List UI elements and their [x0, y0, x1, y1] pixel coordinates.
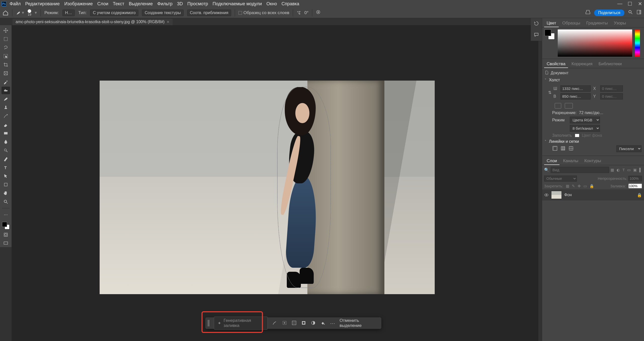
clone-stamp-tool[interactable]: [2, 104, 10, 111]
window-close-icon[interactable]: ✕: [637, 1, 642, 7]
canvas-section[interactable]: Холст: [545, 78, 641, 82]
tab-patterns[interactable]: Узоры: [611, 20, 629, 27]
brush-size-picker[interactable]: 19: [28, 9, 31, 16]
menu-text[interactable]: Текст: [113, 1, 124, 7]
path-select-tool[interactable]: [2, 172, 10, 180]
comments-panel-icon[interactable]: [534, 32, 539, 39]
color-mode-select[interactable]: Цвета RGB: [570, 117, 600, 123]
tab-paths[interactable]: Контуры: [582, 157, 604, 165]
link-wh-icon[interactable]: ⇅: [548, 90, 551, 95]
mode-dropdown[interactable]: Н…: [62, 10, 75, 16]
blend-mode-select[interactable]: Обычные: [544, 176, 577, 182]
rulers-section[interactable]: Линейки и сетки: [545, 139, 641, 144]
guides-icon[interactable]: [568, 146, 574, 152]
gradient-tool[interactable]: [2, 129, 10, 137]
select-subject-icon[interactable]: [272, 320, 277, 326]
frame-tool[interactable]: [2, 70, 10, 77]
deselect-button[interactable]: Отменить выделение: [340, 318, 379, 328]
layer-filter-input[interactable]: [551, 167, 609, 173]
x-field[interactable]: [600, 85, 623, 92]
layer-name[interactable]: Фон: [564, 193, 572, 197]
fill-icon[interactable]: [320, 320, 325, 326]
angle-value[interactable]: 0°: [304, 10, 308, 15]
shape-tool[interactable]: [2, 181, 10, 188]
generative-fill-button[interactable]: ✦ Генеративная заливка: [214, 317, 268, 330]
eraser-tool[interactable]: [2, 121, 10, 128]
object-select-tool[interactable]: [2, 52, 10, 60]
close-tab-icon[interactable]: ✕: [167, 20, 170, 24]
share-button[interactable]: Поделиться: [594, 10, 624, 16]
crop-tool[interactable]: [2, 61, 10, 69]
zoom-tool[interactable]: [2, 198, 10, 206]
cloud-docs-icon[interactable]: [585, 9, 591, 16]
y-field[interactable]: [600, 93, 623, 99]
tab-adjustments[interactable]: Коррекция: [569, 60, 595, 68]
layer-row[interactable]: Фон 🔒: [542, 189, 644, 200]
lock-artb-icon[interactable]: ▭: [583, 184, 587, 188]
width-field[interactable]: [560, 85, 591, 92]
sample-all-checkbox[interactable]: [238, 11, 242, 15]
filter-toggle-icon[interactable]: ▌: [639, 168, 642, 172]
more-icon[interactable]: ⋯: [330, 320, 335, 326]
pen-tool[interactable]: [2, 155, 10, 163]
menu-image[interactable]: Изображение: [64, 1, 93, 7]
lock-pos-icon[interactable]: ✥: [578, 184, 581, 188]
filter-shape-icon[interactable]: ▭: [627, 168, 631, 172]
healing-brush-tool[interactable]: [2, 87, 10, 94]
height-field[interactable]: [560, 93, 591, 99]
filter-type-icon[interactable]: T: [622, 168, 625, 172]
lock-trans-icon[interactable]: ▦: [566, 184, 569, 188]
angle-icon[interactable]: ⦪: [297, 10, 301, 15]
fill-opacity-field[interactable]: [628, 184, 642, 188]
color-spectrum[interactable]: [558, 29, 632, 57]
menu-select[interactable]: Выделение: [129, 1, 153, 7]
bit-depth-select[interactable]: 8 бит/канал: [570, 125, 600, 132]
eyedropper-tool[interactable]: [2, 78, 10, 86]
menu-help[interactable]: Справка: [281, 1, 299, 7]
history-brush-tool[interactable]: [2, 112, 10, 120]
workspace-icon[interactable]: [636, 10, 641, 16]
filter-smart-icon[interactable]: ▣: [633, 168, 637, 172]
opt-create-texture[interactable]: Создание текстуры: [142, 10, 184, 16]
search-icon[interactable]: [628, 10, 633, 16]
tab-gradients[interactable]: Градиенты: [584, 20, 610, 27]
opt-proximity[interactable]: Соотв. приближения: [187, 10, 231, 16]
menu-3d[interactable]: 3D: [177, 1, 183, 7]
tab-swatches[interactable]: Образцы: [560, 20, 583, 27]
modify-selection-icon[interactable]: [282, 320, 287, 326]
type-tool[interactable]: T: [2, 164, 10, 171]
menu-view[interactable]: Просмотр: [187, 1, 208, 7]
opacity-field[interactable]: [628, 176, 642, 181]
history-panel-icon[interactable]: [534, 21, 539, 27]
tab-channels[interactable]: Каналы: [560, 157, 581, 165]
home-icon[interactable]: [3, 10, 9, 16]
blur-tool[interactable]: [2, 138, 10, 146]
orientation-landscape-icon[interactable]: [565, 103, 573, 109]
edit-toolbar-icon[interactable]: ⋯: [2, 211, 10, 218]
units-select[interactable]: Пиксели: [616, 145, 641, 152]
lock-all-icon[interactable]: 🔒: [589, 184, 594, 188]
menu-file[interactable]: Файл: [10, 1, 21, 7]
mask-icon[interactable]: [301, 320, 306, 326]
canvas-area[interactable]: ✦ Генеративная заливка ⋯ Отменить выделе…: [12, 25, 538, 341]
move-tool[interactable]: [2, 27, 10, 34]
marquee-tool[interactable]: [2, 35, 10, 43]
tab-libraries[interactable]: Библиотеки: [596, 60, 624, 68]
layer-thumbnail[interactable]: [551, 191, 562, 199]
hand-tool[interactable]: [2, 189, 10, 197]
visibility-icon[interactable]: [544, 193, 549, 197]
taskbar-grip-icon[interactable]: [208, 320, 209, 326]
menu-edit[interactable]: Редактирование: [25, 1, 60, 7]
ruler-icon[interactable]: [552, 146, 558, 152]
brush-tool[interactable]: [2, 95, 10, 103]
opt-content-aware[interactable]: С учетом содержимого: [90, 10, 138, 16]
document-tab[interactable]: amc-photo-yeni-seksualnaia-briunetka-kra…: [13, 19, 173, 25]
tab-layers[interactable]: Слои: [544, 157, 559, 165]
pressure-icon[interactable]: [316, 10, 321, 16]
hue-bar[interactable]: [635, 29, 640, 57]
menu-plugins[interactable]: Подключаемые модули: [213, 1, 262, 7]
adjustment-icon[interactable]: [311, 320, 316, 326]
orientation-portrait-icon[interactable]: [555, 103, 561, 109]
color-fg-bg-swatch[interactable]: [545, 29, 555, 40]
grid-icon[interactable]: [560, 146, 566, 152]
